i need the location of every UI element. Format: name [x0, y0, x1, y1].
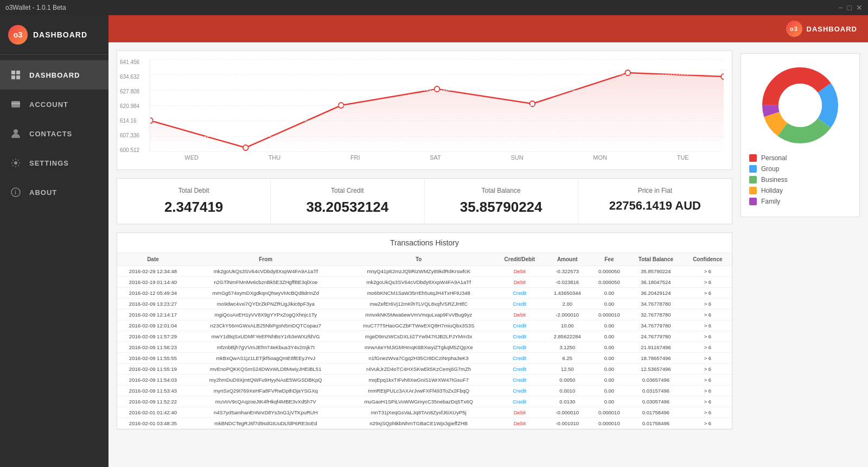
table-cell: 2.85622284: [545, 331, 590, 342]
table-cell: 36.20429124: [628, 288, 684, 299]
table-row: 2016-02-09 11:55:19mvEnoPQKKQSmS24DWxWLD…: [117, 364, 732, 375]
sidebar-title: DASHBOARD: [33, 30, 87, 39]
stat-total-debit: Total Debit 2.347419: [117, 179, 271, 224]
table-cell: mkBxQwAS1jz1LETjkf5oagQmE8fEEyJYvJ: [189, 353, 343, 364]
table-cell: 0.01758496: [628, 418, 684, 429]
card-icon: [10, 98, 22, 110]
total-balance-value: 35.85790224: [436, 199, 567, 216]
col-total-balance: Total Balance: [628, 253, 684, 266]
svg-rect-1: [16, 71, 20, 74]
donut-svg: [757, 62, 844, 149]
table-cell: > 6: [684, 386, 732, 396]
legend-label-holiday: Holiday: [761, 187, 783, 194]
table-cell: 0.00: [590, 331, 628, 342]
table-row: 2016-02-09 11:55:55mkBxQwAS1jz1LETjkf5oa…: [117, 353, 732, 364]
window-title: o3Wallet - 1.0.1 Beta: [5, 4, 66, 11]
table-cell: 0.00: [590, 353, 628, 364]
total-credit-label: Total Credit: [282, 187, 413, 194]
sidebar-item-dashboard[interactable]: DASHBOARD: [0, 60, 108, 90]
table-cell: mkBNDCTegRJ6f7d9sdGtUuDLfdP6RE3oEd: [189, 418, 343, 429]
legend-dot-holiday: [749, 187, 757, 194]
table-cell: 0.0010: [545, 386, 590, 396]
table-cell: Credit: [495, 396, 545, 407]
table-cell: mvEnoPQKKQSmS24DWxWLD8MwiyJHEiBL51: [189, 364, 343, 375]
legend-label-business: Business: [761, 176, 788, 184]
sidebar-item-about[interactable]: i ABOUT: [0, 178, 108, 207]
table-cell: > 6: [684, 396, 732, 407]
y-label-2: 627.808: [120, 89, 139, 94]
table-cell: n2GTlNmFMnMv6cbznBk5E3ZHgffBE3qlXoe: [189, 277, 343, 288]
total-balance-label: Total Balance: [436, 187, 567, 194]
table-cell: 34.76779780: [628, 320, 684, 331]
table-cell: -0.000010: [545, 407, 590, 418]
table-cell: 10.00: [545, 320, 590, 331]
table-cell: 2016-02-29 12:34:48: [117, 266, 189, 277]
table-cell: 0.0050: [545, 375, 590, 386]
table-cell: > 6: [684, 353, 732, 364]
svg-point-11: [243, 145, 248, 150]
table-row: 2016-02-09 11:54:03my2hmDuD9XjmtQWFu9Hyy…: [117, 375, 732, 386]
table-cell: Credit: [495, 375, 545, 386]
table-cell: 2016-02-09 13:23:27: [117, 299, 189, 310]
table-row: 2016-02-12 05:49:34mrnGg574xymDXgdkqnQhw…: [117, 288, 732, 299]
svg-rect-5: [11, 103, 20, 104]
table-cell: r4VukJrZD4oTC4HXSKwEk5KzCemj6G7mZh: [343, 364, 495, 375]
sidebar-item-contacts[interactable]: CONTACTS: [0, 119, 108, 148]
table-cell: 2016-02-09 11:54:03: [117, 375, 189, 386]
table-cell: Credit: [495, 386, 545, 396]
table-cell: Credit: [495, 331, 545, 342]
table-cell: -2.000010: [545, 310, 590, 320]
table-cell: 0.00: [590, 396, 628, 407]
table-cell: > 6: [684, 342, 732, 353]
sidebar-item-account[interactable]: ACCOUNT: [0, 90, 108, 119]
legend-group: Group: [749, 165, 851, 173]
title-bar: o3Wallet - 1.0.1 Beta − □ ✕: [0, 0, 868, 15]
donut-chart-container: Personal Group Business Holiday: [741, 53, 860, 217]
col-date: Date: [117, 253, 189, 266]
table-cell: 36.18047524: [628, 277, 684, 288]
topbar-logo: o3 DASHBOARD: [786, 21, 858, 37]
table-cell: 2016-02-09 11:57:29: [117, 331, 189, 342]
table-cell: Credit: [495, 299, 545, 310]
close-icon[interactable]: ✕: [856, 3, 863, 12]
y-label-3: 620.984: [120, 103, 139, 109]
table-row: 2016-02-09 11:52:22muVoV9cQAqzoeJtK4fHkq…: [117, 396, 732, 407]
legend-business: Business: [749, 176, 851, 184]
table-cell: 34.76778780: [628, 299, 684, 310]
table-cell: -0.023816: [545, 277, 590, 288]
table-cell: muGaoH1SPiLVoWWGmycC35nebazDq5Tx6Q: [343, 396, 495, 407]
table-cell: 6.25: [545, 353, 590, 364]
sidebar-item-settings[interactable]: SETTINGS: [0, 148, 108, 178]
sidebar-nav: DASHBOARD ACCOUNT: [0, 55, 108, 467]
chart-legend: Personal Group Business Holiday: [749, 154, 851, 209]
table-row: 2016-02-09 12:01:04n23CkY56mGWxALB25NbPg…: [117, 320, 732, 331]
window-controls[interactable]: − □ ✕: [838, 3, 863, 12]
minimize-icon[interactable]: −: [838, 3, 843, 12]
legend-family: Family: [749, 198, 851, 205]
table-cell: > 6: [684, 266, 732, 277]
table-cell: 0.00: [590, 288, 628, 299]
table-cell: > 6: [684, 407, 732, 418]
table-cell: mfznbBjh7gVVmJEfm74eKbua3Y4v2mjk7t: [189, 342, 343, 353]
app-logo-icon: o3: [8, 25, 28, 45]
table-row: 2016-02-01 03:48:35mkBNDCTegRJ6f7d9sdGtU…: [117, 418, 732, 429]
table-cell: Credit: [495, 320, 545, 331]
table-cell: mgeD9mzWCsDXLIi27Yw947rtJB2LPJYMm3x: [343, 331, 495, 342]
svg-point-13: [435, 86, 440, 92]
right-panel: Personal Group Business Holiday: [741, 51, 860, 459]
table-cell: mynSxQ29t769XeHFa8FVRwDpthDjaYSGXq: [189, 386, 343, 396]
x-label-1: THU: [269, 154, 281, 161]
table-row: 2016-02-09 12:14:17mgiQcuAxEH1yVV8X9gYYP…: [117, 310, 732, 320]
dashboard-label: DASHBOARD: [29, 71, 80, 79]
table-cell: 12.53657496: [628, 364, 684, 375]
y-label-5: 607.336: [120, 132, 139, 138]
table-cell: 0.000010: [590, 310, 628, 320]
table-cell: mwZefEr6Vj12mKlhTLVQL8xqfVSRZJHtfC: [343, 299, 495, 310]
table-cell: > 6: [684, 418, 732, 429]
maximize-icon[interactable]: □: [847, 3, 852, 12]
sidebar-logo: o3 DASHBOARD: [0, 15, 108, 55]
table-cell: 2016-02-12 05:49:34: [117, 288, 189, 299]
legend-dot-group: [749, 165, 757, 173]
table-cell: 32.76778780: [628, 310, 684, 320]
legend-label-family: Family: [761, 198, 780, 205]
